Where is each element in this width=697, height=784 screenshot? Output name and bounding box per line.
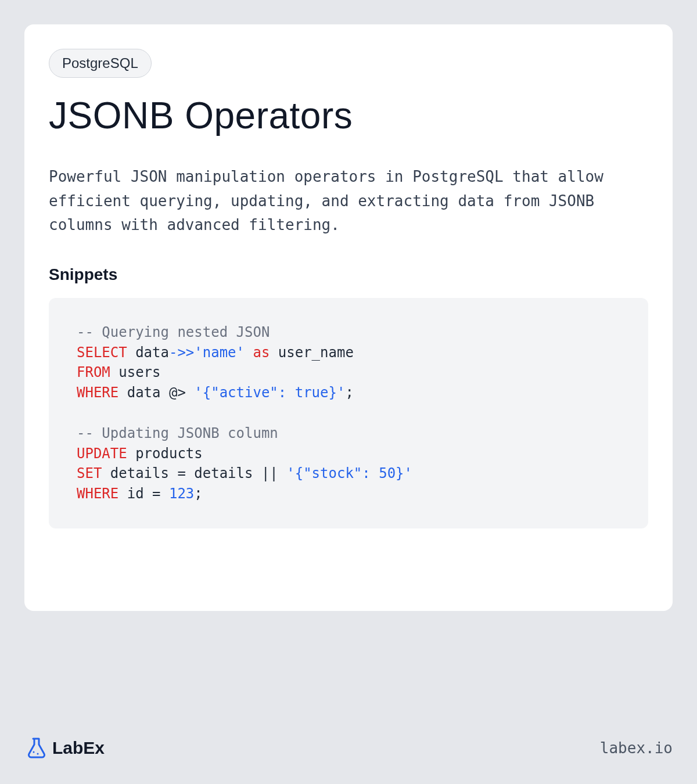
svg-point-1 [37,753,39,755]
code-operator: ->> [169,344,194,361]
page-title: JSONB Operators [49,94,648,137]
code-keyword: WHERE [77,485,118,502]
code-text: id = [118,485,169,502]
code-text: user_name [270,344,354,361]
footer-url: labex.io [600,739,673,757]
flask-icon [24,736,48,760]
description-text: Powerful JSON manipulation operators in … [49,165,648,238]
code-text: ; [194,485,202,502]
code-text: users [110,364,161,380]
code-keyword: as [253,344,270,361]
code-string: '{"active": true}' [194,384,345,401]
code-snippet: -- Querying nested JSON SELECT data->>'n… [49,298,648,528]
code-string: 'name' [194,344,245,361]
code-keyword: FROM [77,364,110,380]
code-text: products [127,445,203,462]
content-card: PostgreSQL JSONB Operators Powerful JSON… [24,24,673,611]
technology-badge: PostgreSQL [49,49,152,78]
snippets-heading: Snippets [49,265,648,284]
code-number: 123 [169,485,194,502]
svg-point-0 [33,751,35,753]
code-string: '{"stock": 50}' [286,465,412,481]
code-keyword: UPDATE [77,445,127,462]
code-text: data @> [118,384,194,401]
code-keyword: SELECT [77,344,127,361]
code-text: ; [345,384,353,401]
code-keyword: WHERE [77,384,118,401]
code-comment: -- Querying nested JSON [77,324,270,340]
code-text: details = details || [102,465,286,481]
footer: LabEx labex.io [24,736,673,760]
brand-logo: LabEx [24,736,105,760]
code-comment: -- Updating JSONB column [77,425,278,441]
code-keyword: SET [77,465,102,481]
code-text: data [127,344,169,361]
brand-name: LabEx [52,738,105,758]
